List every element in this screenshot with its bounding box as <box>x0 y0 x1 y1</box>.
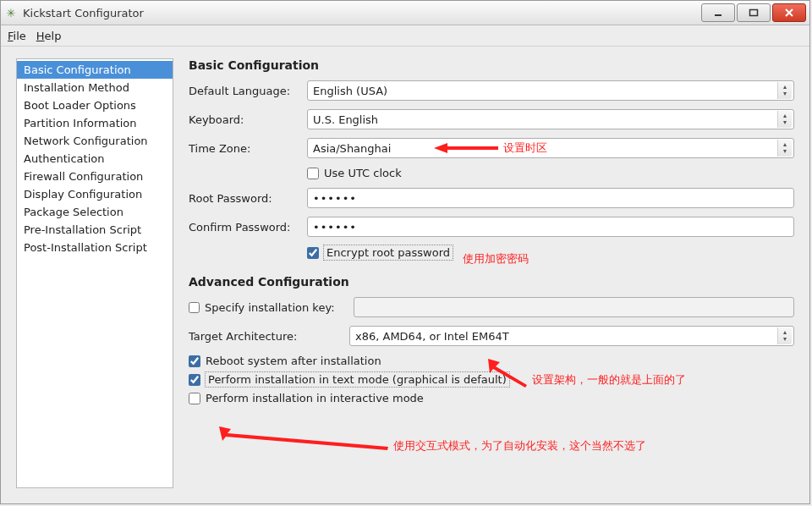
sidebar-item-network-configuration[interactable]: Network Configuration <box>17 132 173 150</box>
encrypt-root-checkbox[interactable] <box>307 247 319 259</box>
keyboard-label: Keyboard: <box>189 113 307 126</box>
confirm-password-label: Confirm Password: <box>189 221 307 234</box>
interactive-checkbox[interactable] <box>189 393 200 404</box>
target-arch-value: x86, AMD64, or Intel EM64T <box>355 330 509 343</box>
svg-rect-1 <box>750 10 758 16</box>
combo-spin-icon: ▴▾ <box>777 82 792 99</box>
sidebar-item-authentication[interactable]: Authentication <box>17 150 173 168</box>
keyboard-combo[interactable]: U.S. English ▴▾ <box>307 109 794 129</box>
timezone-value: Asia/Shanghai <box>313 142 391 155</box>
combo-spin-icon: ▴▾ <box>777 140 792 157</box>
sidebar-item-basic-configuration[interactable]: Basic Configuration <box>17 61 173 79</box>
sidebar-item-partition-information[interactable]: Partition Information <box>17 114 173 132</box>
default-language-combo[interactable]: English (USA) ▴▾ <box>307 80 794 101</box>
root-password-value: •••••• <box>313 192 357 205</box>
default-language-label: Default Language: <box>189 85 307 97</box>
target-arch-label: Target Architecture: <box>189 330 349 343</box>
minimize-button[interactable] <box>701 3 735 22</box>
menu-help[interactable]: Help <box>36 30 62 42</box>
annotation-interactive: 使用交互式模式，为了自动化安装，这个当然不选了 <box>219 426 646 452</box>
reboot-checkbox[interactable] <box>189 355 200 367</box>
svg-marker-6 <box>219 426 388 450</box>
titlebar: ✳ Kickstart Configurator <box>1 1 809 25</box>
spec-key-label: Specify installation key: <box>205 301 354 314</box>
sidebar-item-firewall-configuration[interactable]: Firewall Configuration <box>17 168 173 185</box>
sidebar: Basic Configuration Installation Method … <box>16 58 173 488</box>
textmode-checkbox[interactable] <box>189 374 200 386</box>
spec-key-input[interactable] <box>354 297 794 317</box>
app-icon: ✳ <box>4 6 18 19</box>
root-password-input[interactable]: •••••• <box>307 188 794 208</box>
target-arch-combo[interactable]: x86, AMD64, or Intel EM64T ▴▾ <box>349 326 794 346</box>
keyboard-value: U.S. English <box>313 113 378 126</box>
app-window: ✳ Kickstart Configurator File Help Basic… <box>0 0 810 504</box>
root-password-label: Root Password: <box>189 192 307 205</box>
interactive-label: Perform installation in interactive mode <box>206 392 424 404</box>
menu-file[interactable]: File <box>8 30 26 42</box>
advanced-heading: Advanced Configuration <box>189 275 794 289</box>
use-utc-checkbox[interactable] <box>307 168 319 179</box>
textmode-label: Perform installation in text mode (graph… <box>206 372 509 387</box>
use-utc-label: Use UTC clock <box>324 167 402 179</box>
timezone-combo[interactable]: Asia/Shanghai ▴▾ <box>307 138 794 158</box>
sidebar-item-pre-installation-script[interactable]: Pre-Installation Script <box>17 221 173 239</box>
combo-spin-icon: ▴▾ <box>777 111 792 128</box>
menubar: File Help <box>1 25 809 47</box>
basic-heading: Basic Configuration <box>189 58 794 72</box>
encrypt-root-label: Encrypt root password <box>324 245 453 260</box>
confirm-password-value: •••••• <box>313 221 357 234</box>
spec-key-checkbox[interactable] <box>189 302 200 313</box>
confirm-password-input[interactable]: •••••• <box>307 217 794 237</box>
maximize-button[interactable] <box>737 3 771 22</box>
content-area: Basic Configuration Installation Method … <box>1 47 809 503</box>
sidebar-item-display-configuration[interactable]: Display Configuration <box>17 185 173 203</box>
timezone-label: Time Zone: <box>189 142 307 155</box>
sidebar-item-package-selection[interactable]: Package Selection <box>17 203 173 221</box>
main-panel: Basic Configuration Default Language: En… <box>189 58 794 488</box>
arrow-up-left-icon <box>219 426 388 452</box>
sidebar-item-installation-method[interactable]: Installation Method <box>17 79 173 96</box>
reboot-label: Reboot system after installation <box>206 355 381 367</box>
close-button[interactable] <box>772 3 806 22</box>
sidebar-item-post-installation-script[interactable]: Post-Installation Script <box>17 239 173 256</box>
window-title: Kickstart Configurator <box>23 7 144 19</box>
sidebar-item-boot-loader-options[interactable]: Boot Loader Options <box>17 96 173 114</box>
default-language-value: English (USA) <box>313 85 387 97</box>
spec-key-value[interactable] <box>359 300 788 315</box>
combo-spin-icon: ▴▾ <box>777 327 792 344</box>
